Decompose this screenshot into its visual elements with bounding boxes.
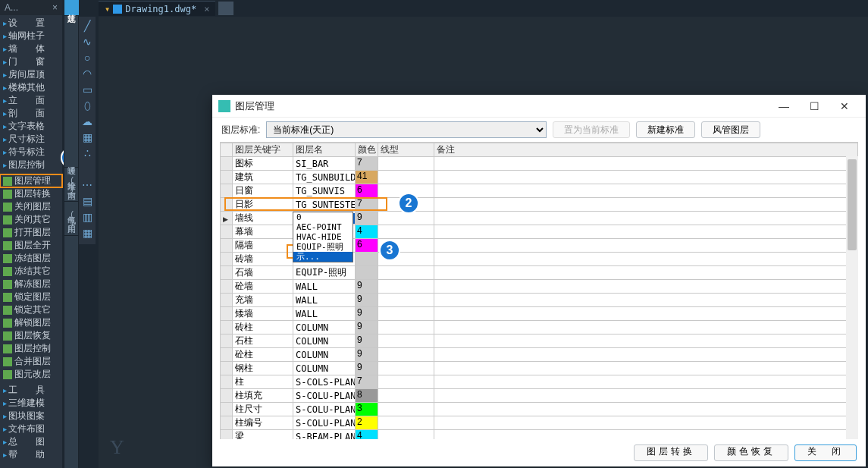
tree-item[interactable]: ▸总 图 [0,435,62,448]
cell-key[interactable]: 柱 [233,375,293,389]
cell-key[interactable]: 砖柱 [233,321,293,335]
cell-remark[interactable] [434,375,858,389]
row-handle[interactable] [221,307,233,321]
cell-key[interactable]: 日窗 [233,184,293,198]
cell-key[interactable]: 日影 [233,198,293,212]
cell-key[interactable]: 钢柱 [233,362,293,375]
cell-color[interactable]: 9 [356,362,378,375]
table-row[interactable]: 石柱COLUMN9 [221,335,858,348]
row-handle[interactable] [221,266,233,280]
table-row[interactable]: 柱尺寸S-COLU-PLAN-3 [221,403,858,416]
cell-name[interactable]: SI_BAR [293,157,356,171]
cell-key[interactable]: 梁 [233,430,293,440]
cell-linetype[interactable] [378,171,434,184]
cell-color[interactable]: 6 [356,239,378,253]
cell-key[interactable]: 幕墙 [233,225,293,239]
cell-name[interactable]: COLUMN [293,348,356,362]
cell-key[interactable]: 充墙 [233,294,293,307]
cell-color[interactable]: 7 [356,157,378,171]
row-handle[interactable] [221,253,233,266]
tree-item[interactable]: 锁定图层 [0,291,62,303]
tree-item[interactable]: ▸图层控制 [0,159,62,171]
dialog-title-bar[interactable]: 图层管理 — ☐ ✕ [212,95,866,118]
grid-header-cell[interactable] [221,143,233,157]
tree-item[interactable]: 解冻图层 [0,278,62,291]
tree-item[interactable]: ▸帮 助 [0,448,62,461]
table-row[interactable]: 图标SI_BAR7 [221,157,858,171]
cell-remark[interactable] [434,416,858,430]
row-handle[interactable] [221,184,233,198]
tree-item[interactable]: 解锁图层 [0,316,62,329]
tree-item[interactable]: 图层控制 [0,342,62,355]
row-handle[interactable] [221,375,233,389]
hatch-tool-icon[interactable]: ▦ [80,130,94,144]
table-row[interactable]: 日影TG_SUNTESTED7 [221,198,858,212]
new-standard-button[interactable]: 新建标准 [636,121,695,138]
table-row[interactable]: 梁S-BEAM-PLAN-4 [221,430,858,440]
cell-linetype[interactable] [378,157,434,171]
cell-color[interactable] [356,266,378,280]
row-handle[interactable] [221,335,233,348]
cell-linetype[interactable] [378,375,434,389]
cell-remark[interactable] [434,225,858,239]
row-handle[interactable] [221,280,233,294]
grid-header-cell[interactable]: 图层名 [293,143,356,157]
row-handle[interactable] [221,403,233,416]
tree-item[interactable]: 图层恢复 [0,329,62,342]
cell-name[interactable]: S-COLU-PLAN- [293,403,356,416]
row-handle[interactable] [221,294,233,307]
line-tool-icon[interactable]: ╱ [80,19,94,33]
cell-color[interactable]: 4 [356,225,378,239]
cell-color[interactable]: 41 [356,171,378,184]
cell-key[interactable]: 矮墙 [233,307,293,321]
cell-color[interactable]: 9 [356,307,378,321]
table-row[interactable]: 充墙WALL9 [221,294,858,307]
table-row[interactable]: 砖柱COLUMN9 [221,321,858,335]
row-handle[interactable] [221,198,233,212]
cell-name[interactable]: TG_SUNTESTED [293,198,356,212]
cell-color[interactable]: 9 [356,294,378,307]
table-row[interactable]: 石墙EQUIP-照明 [221,266,858,280]
cell-color[interactable]: 9 [356,348,378,362]
cell-linetype[interactable] [378,225,434,239]
cell-remark[interactable] [434,335,858,348]
scrollbar-thumb[interactable] [848,159,857,250]
doc-tab-add-icon[interactable] [218,2,233,15]
cell-key[interactable]: 墙线 [233,212,293,225]
tree-item[interactable]: 关闭其它 [0,213,62,226]
row-handle[interactable] [221,321,233,335]
cell-remark[interactable] [434,307,858,321]
cell-remark[interactable] [434,157,858,171]
cell-color[interactable]: 2 [356,416,378,430]
polyline-tool-icon[interactable]: ∿ [80,35,94,49]
cell-color[interactable]: 7 [356,198,378,212]
tree-item[interactable]: 锁定其它 [0,303,62,316]
row-handle[interactable] [221,225,233,239]
cell-color[interactable]: 7 [356,375,378,389]
circle-tool-icon[interactable]: ○ [80,51,94,64]
cell-key[interactable]: 柱尺寸 [233,403,293,416]
cell-name[interactable]: COLUMN [293,321,356,335]
cell-name[interactable]: WALL [293,294,356,307]
tree-item[interactable]: 关闭图层 [0,200,62,213]
maximize-button[interactable]: ☐ [799,96,829,117]
cell-remark[interactable] [434,362,858,375]
ellipse-tool-icon[interactable]: ⬯ [80,99,94,112]
tree-item[interactable]: ▸符号标注 [0,146,62,159]
arc-tool-icon[interactable]: ◠ [80,67,94,80]
grid-header-cell[interactable]: 备注 [434,143,858,157]
tree-item[interactable]: ▸尺寸标注 [0,133,62,146]
tree-item[interactable]: 图元改层 [0,368,62,381]
cell-linetype[interactable] [378,266,434,280]
table-row[interactable]: 柱编号S-COLU-PLAN-2 [221,416,858,430]
cell-color[interactable] [356,253,378,266]
cell-remark[interactable] [434,294,858,307]
tree-item[interactable]: ▸工 具 [0,384,62,397]
dropdown-item[interactable]: 0 [293,212,353,222]
table-row[interactable]: 砼柱COLUMN9 [221,348,858,362]
grid-scrollbar[interactable] [846,156,858,439]
point-tool-icon[interactable]: ∴ [80,146,94,160]
grid-header-cell[interactable]: 图层关键字 [233,143,293,157]
layer-grid[interactable]: 图层关键字图层名颜色线型备注 图标SI_BAR7建筑TG_SUNBUILD41日… [220,143,858,439]
array-tool-icon[interactable]: ▥ [80,210,94,224]
